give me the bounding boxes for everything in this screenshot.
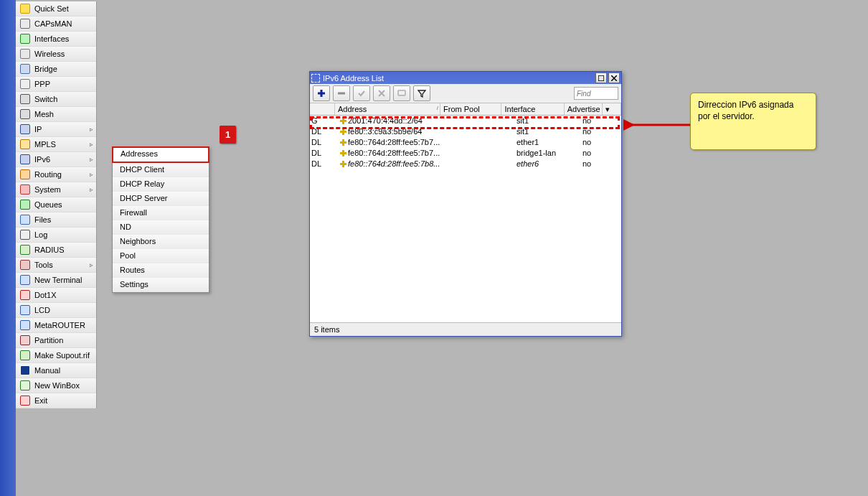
sidebar-item-lcd[interactable]: LCD (16, 303, 96, 318)
sidebar-item-label: Quick Set (34, 4, 69, 13)
sidebar-item-ppp[interactable]: PPP (16, 77, 96, 92)
sidebar-icon (20, 215, 30, 225)
submenu-item-nd[interactable]: ND (113, 220, 209, 235)
sidebar-item-files[interactable]: Files (16, 212, 96, 228)
column-header-from-pool[interactable]: From Pool (440, 103, 501, 115)
sidebar-item-manual[interactable]: Manual (16, 363, 96, 378)
comment-button[interactable] (393, 85, 410, 101)
sidebar-item-ipv6[interactable]: IPv6▹ (16, 152, 96, 167)
filter-button[interactable] (413, 85, 430, 101)
cell-advertise: no (580, 148, 620, 159)
column-header-address[interactable]: Address/ (335, 103, 440, 115)
disable-button[interactable] (373, 85, 390, 101)
sidebar-icon (20, 200, 30, 210)
sidebar-item-label: Dot1X (34, 291, 57, 299)
sidebar-icon (20, 350, 30, 360)
sidebar-item-label: CAPsMAN (34, 19, 72, 28)
cell-flags: DL (310, 148, 334, 159)
sidebar-item-wireless[interactable]: Wireless (16, 47, 96, 62)
titlebar[interactable]: IPv6 Address List (310, 72, 621, 84)
sidebar-item-label: PPP (34, 80, 50, 88)
sidebar-item-radius[interactable]: RADIUS (16, 243, 96, 258)
sidebar-item-queues[interactable]: Queues (16, 197, 96, 212)
sidebar-icon (20, 124, 30, 134)
cell-address: fe80::764d:28ff:fee5:7b7... (334, 148, 449, 159)
sidebar-item-system[interactable]: System▹ (16, 182, 96, 197)
sidebar-icon (20, 139, 30, 149)
cell-interface: ether1 (514, 137, 580, 148)
column-header-flags[interactable] (310, 103, 335, 115)
column-header-interface[interactable]: Interface (501, 103, 564, 115)
sidebar-item-label: MetaROUTER (34, 321, 85, 329)
cell-from-pool (449, 159, 514, 169)
sidebar-item-interfaces[interactable]: Interfaces (16, 32, 96, 47)
maximize-button[interactable] (595, 72, 607, 83)
sidebar-item-capsman[interactable]: CAPsMAN (16, 17, 96, 32)
sidebar-item-mesh[interactable]: Mesh (16, 107, 96, 122)
sidebar-item-quick-set[interactable]: Quick Set (16, 1, 96, 17)
sidebar-item-routing[interactable]: Routing▹ (16, 167, 96, 182)
submenu-item-dhcp-relay[interactable]: DHCP Relay (113, 177, 209, 192)
submenu-item-settings[interactable]: Settings (113, 278, 209, 292)
sidebar-item-make-supout-rif[interactable]: Make Supout.rif (16, 348, 96, 363)
cell-interface: sit1 (514, 116, 580, 126)
sidebar-item-new-winbox[interactable]: New WinBox (16, 378, 96, 393)
submenu-item-addresses[interactable]: Addresses (112, 146, 209, 163)
cell-address: fe80::3:c9a3:5b9e/64 (334, 126, 449, 137)
sidebar-item-label: Log (34, 230, 47, 239)
sidebar-icon (20, 335, 30, 345)
cell-interface: ether6 (514, 159, 580, 169)
column-header-advertise[interactable]: Advertise (565, 103, 603, 115)
table-row[interactable]: DLfe80::3:c9a3:5b9e/64sit1no (310, 126, 621, 137)
sidebar-icon (20, 275, 30, 285)
sidebar-item-label: Mesh (34, 110, 54, 118)
sidebar-item-switch[interactable]: Switch (16, 92, 96, 107)
sidebar-item-bridge[interactable]: Bridge (16, 62, 96, 77)
sidebar-icon (20, 64, 30, 74)
sidebar-item-exit[interactable]: Exit (16, 393, 96, 408)
sidebar-item-tools[interactable]: Tools▹ (16, 258, 96, 273)
cell-from-pool (449, 148, 514, 159)
submenu-item-dhcp-server[interactable]: DHCP Server (113, 192, 209, 206)
sidebar-item-ip[interactable]: IP▹ (16, 122, 96, 137)
sidebar-icon (20, 305, 30, 315)
cell-interface: sit1 (514, 126, 580, 137)
sidebar-item-mpls[interactable]: MPLS▹ (16, 137, 96, 152)
sidebar-item-label: IPv6 (34, 155, 50, 164)
submenu-item-neighbors[interactable]: Neighbors (113, 235, 209, 249)
sidebar-item-log[interactable]: Log (16, 228, 96, 243)
enable-button[interactable] (353, 85, 370, 101)
sidebar-icon (20, 49, 30, 59)
table-row[interactable]: DLfe80::764d:28ff:fee5:7b8...ether6no (310, 159, 621, 169)
table-row[interactable]: G2001:470:4:4dd::2/64sit1no (310, 116, 621, 126)
submenu-item-dhcp-client[interactable]: DHCP Client (113, 163, 209, 177)
submenu-item-pool[interactable]: Pool (113, 249, 209, 263)
table-row[interactable]: DLfe80::764d:28ff:fee5:7b7...ether1no (310, 137, 621, 148)
cell-interface: bridge1-lan (514, 148, 580, 159)
grid-rows: G2001:470:4:4dd::2/64sit1noDLfe80::3:c9a… (310, 116, 621, 169)
ipv6-address-list-window: IPv6 Address List Address/ From Pool Int… (309, 71, 622, 337)
submenu-item-firewall[interactable]: Firewall (113, 206, 209, 220)
sidebar-item-dot1x[interactable]: Dot1X (16, 288, 96, 303)
column-picker-button[interactable]: ▾ (603, 103, 621, 115)
sidebar-icon (20, 380, 30, 390)
close-button[interactable] (608, 72, 620, 83)
annotation-arrow (623, 118, 699, 131)
cell-advertise: no (580, 137, 620, 148)
cell-from-pool (449, 116, 514, 126)
sidebar-item-label: LCD (34, 306, 50, 314)
table-row[interactable]: DLfe80::764d:28ff:fee5:7b7...bridge1-lan… (310, 148, 621, 159)
sidebar-item-new-terminal[interactable]: New Terminal (16, 273, 96, 288)
address-icon (340, 128, 346, 135)
remove-button[interactable] (333, 85, 350, 101)
sidebar-item-label: Partition (34, 336, 63, 345)
ipv6-submenu: AddressesDHCP ClientDHCP RelayDHCP Serve… (112, 146, 209, 293)
status-bar: 5 items (310, 322, 621, 336)
find-input[interactable] (574, 87, 618, 100)
annotation-marker-1: 1 (220, 126, 236, 144)
submenu-item-routes[interactable]: Routes (113, 263, 209, 278)
sidebar-icon (20, 365, 30, 375)
sidebar-item-metarouter[interactable]: MetaROUTER (16, 318, 96, 333)
sidebar-item-partition[interactable]: Partition (16, 333, 96, 348)
add-button[interactable] (313, 85, 330, 101)
